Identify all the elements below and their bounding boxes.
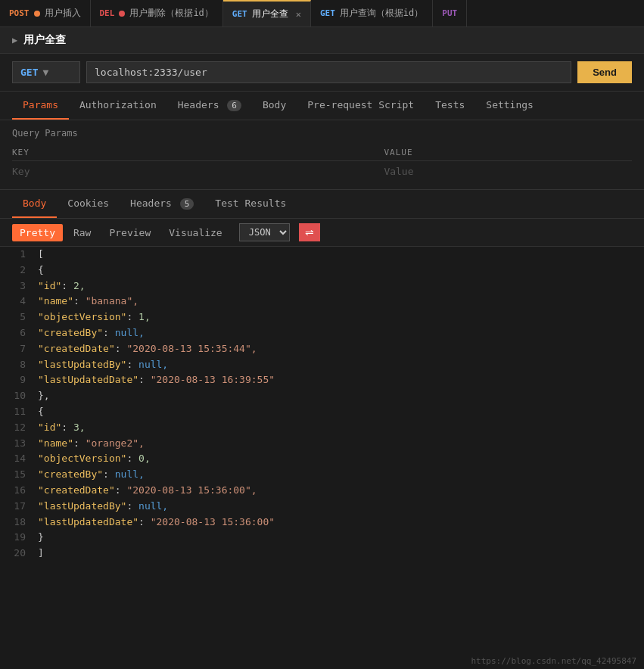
footer-url: https://blog.csdn.net/qq_42495847 [471, 656, 636, 666]
method-label: GET [20, 67, 38, 78]
send-button[interactable]: Send [577, 61, 632, 83]
breadcrumb-arrow: ▶ [12, 35, 17, 45]
json-token-string: "2020-08-13 15:35:44", [126, 343, 257, 354]
json-line: 14 "objectVersion": 0, [0, 451, 644, 467]
json-token-colon: : [126, 359, 138, 370]
line-content: "name": "banana", [38, 294, 644, 310]
tab-item[interactable]: GET用户全查✕ [223, 0, 311, 26]
json-token-key: "id" [38, 422, 61, 433]
json-viewer: 1[2 {3 "id": 2,4 "name": "banana",5 "obj… [0, 247, 644, 562]
json-token-string: "2020-08-13 15:36:00" [151, 516, 275, 527]
json-line: 17 "lastUpdatedBy": null, [0, 499, 644, 515]
url-input[interactable] [86, 61, 571, 83]
json-token-colon: : [73, 295, 86, 306]
line-content: "createdDate": "2020-08-13 15:35:44", [38, 341, 644, 357]
line-content: "lastUpdatedBy": null, [38, 357, 644, 373]
json-token-null: null, [115, 468, 145, 480]
line-content: { [38, 404, 644, 420]
query-params-label: Query Params [12, 128, 632, 138]
json-token-key: "lastUpdatedDate" [38, 516, 138, 527]
resp-tab-headers[interactable]: Headers 5 [120, 190, 204, 218]
fmt-tab-pretty[interactable]: Pretty [12, 224, 63, 241]
json-token-bracket: { [38, 264, 44, 275]
json-line: 5 "objectVersion": 1, [0, 310, 644, 325]
tab-authorization[interactable]: Authorization [69, 92, 167, 120]
request-tabs: Params Authorization Headers 6 Body Pre-… [0, 92, 644, 120]
json-line: 3 "id": 2, [0, 278, 644, 294]
json-line: 19 } [0, 530, 644, 546]
json-token-bracket: [ [38, 248, 44, 260]
line-content: "lastUpdatedBy": null, [38, 499, 644, 515]
json-token-key: "createdBy" [38, 327, 103, 338]
key-cell: Key [12, 161, 384, 182]
line-number: 4 [0, 294, 38, 310]
tab-item[interactable]: GET用户查询（根据id） [311, 0, 433, 26]
wrap-button[interactable]: ⇌ [299, 223, 320, 241]
tab-settings[interactable]: Settings [475, 92, 544, 120]
tab-label: 用户全查 [252, 8, 288, 20]
json-line: 11 { [0, 404, 644, 420]
tab-bar: POST用户插入DEL用户删除（根据id）GET用户全查✕GET用户查询（根据i… [0, 0, 644, 27]
fmt-tab-raw[interactable]: Raw [66, 224, 98, 241]
tab-tests[interactable]: Tests [425, 92, 475, 120]
line-number: 20 [0, 546, 38, 562]
line-number: 17 [0, 499, 38, 515]
json-line: 13 "name": "orange2", [0, 436, 644, 452]
tab-method-label: GET [232, 9, 247, 19]
tab-params[interactable]: Params [12, 92, 69, 120]
json-token-colon: : [115, 484, 127, 496]
tab-method-label: GET [320, 8, 335, 18]
line-content: "id": 2, [38, 278, 644, 294]
json-token-bracket: { [38, 406, 44, 417]
json-line: 8 "lastUpdatedBy": null, [0, 357, 644, 373]
json-token-string: "2020-08-13 15:36:00", [126, 484, 257, 496]
fmt-tab-preview[interactable]: Preview [101, 224, 158, 241]
breadcrumb: ▶ 用户全查 [0, 27, 644, 54]
line-number: 7 [0, 341, 38, 357]
line-number: 12 [0, 420, 38, 436]
json-token-key: "createdDate" [38, 343, 115, 354]
tab-item[interactable]: POST用户插入 [0, 0, 91, 26]
footer: https://blog.csdn.net/qq_42495847 [463, 653, 644, 669]
line-content: }, [38, 388, 644, 404]
json-token-bracket: ] [38, 547, 44, 559]
resp-tab-cookies[interactable]: Cookies [57, 190, 120, 218]
line-content: "lastUpdatedDate": "2020-08-13 15:36:00" [38, 515, 644, 531]
json-token-colon: : [126, 311, 138, 322]
params-table: KEY VALUE Key Value [12, 145, 632, 182]
tab-label: 用户查询（根据id） [340, 7, 423, 20]
json-token-colon: : [61, 422, 73, 433]
line-number: 10 [0, 388, 38, 404]
url-bar: GET ▼ Send [0, 54, 644, 92]
line-content: "lastUpdatedDate": "2020-08-13 16:39:55" [38, 372, 644, 388]
resp-tab-test-results[interactable]: Test Results [204, 190, 297, 218]
line-content: [ [38, 247, 644, 263]
json-line: 9 "lastUpdatedDate": "2020-08-13 16:39:5… [0, 372, 644, 388]
json-line: 7 "createdDate": "2020-08-13 15:35:44", [0, 341, 644, 357]
resp-tab-body[interactable]: Body [12, 190, 57, 218]
json-token-null: null, [138, 359, 168, 370]
json-line: 20] [0, 546, 644, 562]
json-token-colon: : [115, 343, 127, 354]
tab-dot-indicator [119, 11, 125, 17]
json-line: 2 { [0, 263, 644, 278]
tab-headers[interactable]: Headers 6 [167, 92, 252, 120]
line-number: 2 [0, 263, 38, 278]
tab-method-label: DEL [100, 8, 115, 18]
json-line: 10 }, [0, 388, 644, 404]
tab-body[interactable]: Body [252, 92, 297, 120]
tab-item[interactable]: DEL用户删除（根据id） [91, 0, 223, 26]
json-line: 18 "lastUpdatedDate": "2020-08-13 15:36:… [0, 515, 644, 531]
tab-item[interactable]: PUT [433, 0, 467, 26]
tab-prerequest[interactable]: Pre-request Script [297, 92, 425, 120]
line-number: 5 [0, 310, 38, 325]
method-dropdown[interactable]: GET ▼ [12, 61, 80, 83]
response-section: Body Cookies Headers 5 Test Results Pret… [0, 190, 644, 562]
tab-close-icon[interactable]: ✕ [296, 9, 301, 20]
json-token-number: 3, [73, 422, 86, 433]
format-select[interactable]: JSON XML HTML Text [239, 223, 290, 241]
json-token-colon: : [138, 516, 151, 527]
fmt-tab-visualize[interactable]: Visualize [161, 224, 229, 241]
line-number: 18 [0, 515, 38, 531]
json-token-key: "lastUpdatedBy" [38, 500, 126, 512]
